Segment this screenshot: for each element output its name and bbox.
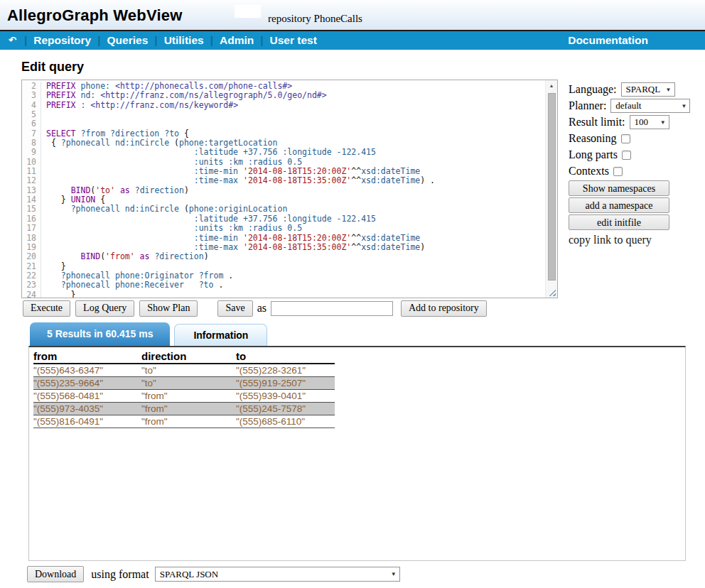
results-header-row: fromdirectionto — [33, 349, 335, 364]
scroll-up-icon[interactable]: ▲ — [546, 80, 557, 92]
line-number: 4 — [22, 101, 41, 110]
line-number: 9 — [22, 148, 41, 157]
save-name-input[interactable] — [271, 301, 393, 316]
result-limit-select[interactable]: 100 ▼ — [630, 115, 669, 129]
nav-item-documentation[interactable]: Documentation — [568, 34, 648, 47]
line-number: 6 — [22, 119, 41, 129]
column-header-direction: direction — [141, 349, 236, 363]
line-number: 16 — [22, 214, 41, 224]
save-button[interactable]: Save — [217, 300, 252, 317]
copy-link-to-query-link[interactable]: copy link to query — [569, 234, 705, 246]
log-query-button[interactable]: Log Query — [75, 300, 134, 317]
code-text[interactable]: BIND('from' as ?direction) — [46, 252, 209, 261]
execute-button[interactable]: Execute — [23, 300, 70, 317]
add-to-repository-button[interactable]: Add to repository — [401, 300, 487, 317]
nav-item-repository[interactable]: Repository — [33, 34, 91, 47]
edit-initfile-button[interactable]: edit initfile — [569, 214, 669, 230]
code-text[interactable]: PREFIX nd: <http://franz.com/ns/allegrog… — [46, 91, 327, 100]
nav-item-user-test[interactable]: User test — [270, 34, 317, 47]
code-text[interactable]: :time-max '2014-08-18T15:35:00Z'^^xsd:da… — [46, 176, 435, 185]
table-cell: "(555)245-7578" — [236, 403, 335, 415]
line-number: 17 — [22, 224, 41, 233]
code-text[interactable]: PREFIX phone: <http://phonecalls.com/pho… — [46, 82, 292, 91]
result-limit-value: 100 — [635, 116, 649, 128]
code-line: 22 ?phonecall phone:Originator ?from . — [22, 271, 545, 281]
tab-information[interactable]: Information — [174, 324, 267, 346]
download-button[interactable]: Download — [27, 566, 84, 582]
code-line: 5 — [22, 110, 545, 119]
reasoning-checkbox[interactable] — [621, 134, 630, 143]
code-text[interactable]: ?phonecall phone:Originator ?from . — [46, 271, 233, 281]
table-row: "(555)973-4035""from""(555)245-7578" — [33, 403, 335, 415]
nav-separator: | — [154, 34, 157, 47]
code-text[interactable]: { ?phonecall nd:inCircle (phone:targetLo… — [46, 138, 277, 148]
show-namespaces-button[interactable]: Show namespaces — [569, 180, 669, 196]
long-parts-checkbox[interactable] — [622, 151, 631, 160]
format-select[interactable]: SPARQL JSON ▼ — [155, 567, 400, 582]
add-namespace-button[interactable]: add a namespace — [569, 197, 669, 213]
results-panel: fromdirectionto "(555)643-6347""to""(555… — [28, 346, 686, 561]
code-line: 8 { ?phonecall nd:inCircle (phone:target… — [22, 138, 545, 148]
code-text[interactable]: :time-min '2014-08-18T15:20:00Z'^^xsd:da… — [46, 167, 420, 176]
code-text[interactable]: ?phonecall nd:inCircle (phone:originLoca… — [46, 205, 287, 214]
code-text[interactable]: :latitude +37.756 :longitude -122.415 — [46, 214, 376, 224]
table-cell: "from" — [141, 415, 236, 428]
back-icon[interactable]: ↶ — [9, 35, 16, 45]
planner-label: Planner: — [569, 99, 606, 112]
line-number: 19 — [22, 243, 41, 252]
code-line: 11 :time-min '2014-08-18T15:20:00Z'^^xsd… — [22, 167, 545, 176]
table-row: "(555)235-9664""to""(555)919-2507" — [33, 377, 335, 390]
repository-label: repository PhoneCalls — [268, 13, 362, 25]
code-line: 23 ?phonecall phone:Receiver ?to . — [22, 281, 545, 290]
editor-lines[interactable]: 2PREFIX phone: <http://phonecalls.com/ph… — [22, 82, 545, 298]
code-text[interactable]: PREFIX : <http://franz.com/ns/keyword#> — [46, 101, 238, 110]
table-cell: "to" — [141, 364, 236, 376]
scrollbar-thumb[interactable] — [548, 93, 556, 281]
language-label: Language: — [569, 83, 617, 96]
code-text[interactable]: SELECT ?from ?direction ?to { — [46, 129, 189, 138]
code-text[interactable]: :latitude +37.756 :longitude -122.415 — [46, 148, 376, 157]
code-text[interactable]: :units :km :radius 0.5 — [46, 158, 302, 167]
nav-items: |Repository|Queries|Utilities|Admin|User… — [18, 34, 317, 47]
tab-results[interactable]: 5 Results in 60.415 ms — [30, 322, 170, 346]
nav-separator: | — [24, 34, 27, 47]
query-editor[interactable]: 2PREFIX phone: <http://phonecalls.com/ph… — [21, 80, 558, 298]
table-cell: "from" — [141, 390, 236, 402]
contexts-label: Contexts — [569, 165, 609, 178]
code-text[interactable]: :time-min '2014-08-18T15:20:00Z'^^xsd:da… — [46, 234, 420, 243]
code-text[interactable]: } — [46, 262, 66, 271]
table-cell: "(555)816-0491" — [33, 415, 141, 428]
app-window: AllegroGraph WebView repository PhoneCal… — [0, 0, 705, 588]
contexts-checkbox[interactable] — [613, 167, 623, 176]
nav-item-admin[interactable]: Admin — [220, 34, 254, 47]
code-text[interactable]: BIND('to' as ?direction) — [46, 186, 189, 195]
line-number: 3 — [22, 91, 41, 100]
line-number: 22 — [22, 271, 41, 281]
code-line: 15 ?phonecall nd:inCircle (phone:originL… — [22, 205, 545, 214]
code-text[interactable]: :time-max '2014-08-18T15:35:00Z'^^xsd:da… — [46, 243, 425, 252]
results-table: fromdirectionto "(555)643-6347""to""(555… — [33, 349, 335, 428]
show-plan-button[interactable]: Show Plan — [139, 300, 198, 317]
table-cell: "(555)939-0401" — [236, 390, 335, 402]
code-text[interactable]: } — [46, 290, 76, 298]
code-text[interactable]: :units :km :radius 0.5 — [46, 224, 302, 233]
table-cell: "(555)568-0481" — [33, 390, 141, 402]
language-select[interactable]: SPARQL ▼ — [621, 82, 675, 97]
nav-item-utilities[interactable]: Utilities — [164, 34, 204, 47]
table-row: "(555)568-0481""from""(555)939-0401" — [33, 390, 335, 403]
code-line: 14 } UNION { — [22, 195, 545, 205]
code-text[interactable]: } UNION { — [46, 195, 105, 205]
line-number: 14 — [22, 195, 41, 205]
chevron-down-icon: ▼ — [391, 571, 397, 577]
table-cell: "(555)228-3261" — [236, 364, 335, 376]
table-row: "(555)643-6347""to""(555)228-3261" — [33, 364, 335, 377]
code-line: 4PREFIX : <http://franz.com/ns/keyword#> — [22, 101, 545, 110]
code-line: 10 :units :km :radius 0.5 — [22, 158, 545, 167]
code-text[interactable]: ?phonecall phone:Receiver ?to . — [46, 281, 223, 290]
table-cell: "(555)919-2507" — [236, 377, 335, 389]
editor-scrollbar[interactable]: ▲ — [545, 80, 557, 298]
nav-item-queries[interactable]: Queries — [107, 34, 149, 47]
query-controls: Execute Log Query Show Plan Save as Add … — [23, 300, 487, 317]
code-line: 2PREFIX phone: <http://phonecalls.com/ph… — [22, 82, 545, 91]
planner-select[interactable]: default ▼ — [610, 99, 690, 113]
